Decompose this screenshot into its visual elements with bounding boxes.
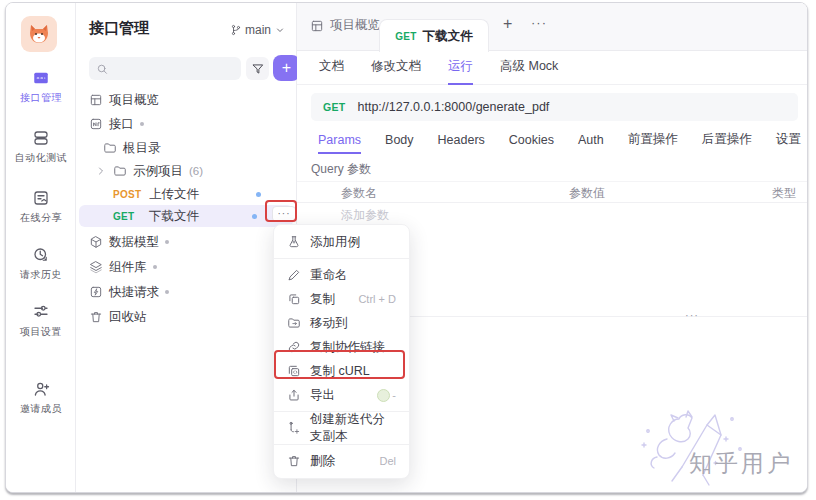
tree-label: 快捷请求 xyxy=(109,284,159,301)
menu-label: 移动到 xyxy=(310,315,348,332)
menu-label: 导出 xyxy=(310,387,335,404)
menu-item-delete[interactable]: 删除 Del xyxy=(274,449,409,473)
folder-count: (6) xyxy=(189,165,203,177)
quick-request-icon xyxy=(89,285,103,299)
api-tree-panel: 接口管理 main + 项目概览 xyxy=(76,3,297,492)
rail-item-auto-test[interactable]: 自动化测试 xyxy=(6,129,76,165)
branch-name: main xyxy=(245,23,271,37)
tree-label: 回收站 xyxy=(109,309,147,326)
splitter-drag-handle[interactable]: ··· xyxy=(685,309,699,321)
menu-item-copy-collab-link[interactable]: 复制协作链接 xyxy=(274,335,409,359)
tree-label: 项目概览 xyxy=(109,92,159,109)
method-badge: GET xyxy=(113,211,143,222)
auto-test-icon xyxy=(32,129,50,147)
menu-shortcut: Del xyxy=(379,455,396,467)
rail-item-invite-member[interactable]: 邀请成员 xyxy=(6,380,76,416)
app-logo[interactable] xyxy=(21,16,57,52)
reqtab-cookies[interactable]: Cookies xyxy=(509,127,554,154)
subtab-docs[interactable]: 文档 xyxy=(319,51,344,85)
reqtab-settings[interactable]: 设置 xyxy=(776,127,801,154)
project-settings-icon xyxy=(32,303,50,321)
new-tab-button[interactable]: + xyxy=(503,15,512,33)
menu-label: 添加用例 xyxy=(310,234,360,251)
collab-link-icon xyxy=(287,340,301,354)
tab-project-overview[interactable]: 项目概览 xyxy=(310,17,380,34)
rail-item-request-history[interactable]: 请求历史 xyxy=(6,246,76,282)
filter-button[interactable] xyxy=(246,57,269,80)
subtab-run[interactable]: 运行 xyxy=(448,51,473,85)
query-params-title: Query 参数 xyxy=(311,161,371,178)
add-api-button[interactable]: + xyxy=(273,55,300,81)
request-url-bar[interactable]: GET http://127.0.0.1:8000/generate_pdf xyxy=(311,93,798,121)
add-param-row[interactable]: 添加参数 xyxy=(341,207,389,224)
tab-download-file-active[interactable]: GET 下载文件 xyxy=(379,19,489,52)
branch-copy-icon xyxy=(287,421,301,435)
expand-caret xyxy=(153,265,157,269)
tree-item-component-library[interactable]: 组件库 xyxy=(79,256,293,278)
tree-item-quick-request[interactable]: 快捷请求 xyxy=(79,281,293,303)
copy-icon xyxy=(287,292,301,306)
request-history-icon xyxy=(32,246,50,264)
menu-item-create-branch-copy[interactable]: 创建新迭代分支副本 xyxy=(274,416,409,440)
more-actions-button[interactable]: ··· xyxy=(272,206,296,222)
rename-pencil-icon xyxy=(287,268,301,282)
api-badge-icon xyxy=(89,117,103,131)
reqtab-body[interactable]: Body xyxy=(385,127,414,154)
export-plugin-badge: - xyxy=(377,389,396,402)
expand-caret xyxy=(165,290,169,294)
col-param-value: 参数值 xyxy=(569,185,605,202)
tree-item-sample-project[interactable]: 示例项目 (6) xyxy=(79,160,293,182)
reqtab-pre-ops[interactable]: 前置操作 xyxy=(628,127,678,154)
context-menu: 添加用例 重命名 复制 Ctrl + D 移动到 复制协作链接 复制 cURL … xyxy=(273,224,410,479)
expand-caret xyxy=(140,122,144,126)
menu-label: 复制 xyxy=(310,291,335,308)
tree-item-download-file[interactable]: GET 下载文件 ··· xyxy=(79,205,293,227)
copy-curl-icon xyxy=(287,364,301,378)
menu-label: 重命名 xyxy=(310,267,348,284)
menu-item-export[interactable]: 导出 - xyxy=(274,383,409,407)
reqtab-params[interactable]: Params xyxy=(318,127,361,154)
overview-grid-icon xyxy=(89,93,103,107)
menu-item-move-to[interactable]: 移动到 xyxy=(274,311,409,335)
rail-item-online-share[interactable]: 在线分享 xyxy=(6,189,76,225)
tab-list-more-button[interactable]: ··· xyxy=(531,15,547,30)
rail-label: 请求历史 xyxy=(20,268,62,282)
api-manage-icon xyxy=(32,69,50,87)
search-field[interactable] xyxy=(113,62,234,76)
subtab-edit-docs[interactable]: 修改文档 xyxy=(371,51,421,85)
branch-icon xyxy=(230,24,242,36)
tree-item-data-models[interactable]: 数据模型 xyxy=(79,231,293,253)
data-model-icon xyxy=(89,235,103,249)
chevron-down-icon xyxy=(274,24,286,36)
panel-title: 接口管理 xyxy=(89,19,149,38)
tree-label: 数据模型 xyxy=(109,234,159,251)
tab-label: 下载文件 xyxy=(423,28,473,45)
rail-label: 邀请成员 xyxy=(20,402,62,416)
reqtab-auth[interactable]: Auth xyxy=(578,127,604,154)
search-input[interactable] xyxy=(89,57,241,80)
branch-selector[interactable]: main xyxy=(230,23,286,37)
menu-item-duplicate[interactable]: 复制 Ctrl + D xyxy=(274,287,409,311)
tree-item-root-folder[interactable]: 根目录 xyxy=(79,137,293,159)
rail-item-project-settings[interactable]: 项目设置 xyxy=(6,303,76,339)
fox-logo-icon xyxy=(26,21,52,47)
menu-item-add-case[interactable]: 添加用例 xyxy=(274,230,409,254)
menu-shortcut: Ctrl + D xyxy=(358,293,396,305)
method-badge: POST xyxy=(113,189,143,200)
menu-item-rename[interactable]: 重命名 xyxy=(274,263,409,287)
rail-item-api-manage[interactable]: 接口管理 xyxy=(6,69,76,105)
menu-item-copy-curl[interactable]: 复制 cURL xyxy=(274,359,409,383)
rail-label: 在线分享 xyxy=(20,211,62,225)
tree-item-upload-file[interactable]: POST 上传文件 xyxy=(79,183,293,205)
reqtab-headers[interactable]: Headers xyxy=(438,127,485,154)
tree-item-recycle-bin[interactable]: 回收站 xyxy=(79,306,293,328)
folder-icon xyxy=(113,164,127,178)
rail-label: 接口管理 xyxy=(20,91,62,105)
tree-item-project-overview[interactable]: 项目概览 xyxy=(79,89,293,111)
modified-dot xyxy=(252,214,257,219)
params-table-header: 参数名 参数值 类型 xyxy=(297,181,807,203)
subtab-advanced-mock[interactable]: 高级 Mock xyxy=(500,51,558,85)
tree-item-apis[interactable]: 接口 xyxy=(79,113,293,135)
col-param-name: 参数名 xyxy=(341,185,377,202)
reqtab-post-ops[interactable]: 后置操作 xyxy=(702,127,752,154)
